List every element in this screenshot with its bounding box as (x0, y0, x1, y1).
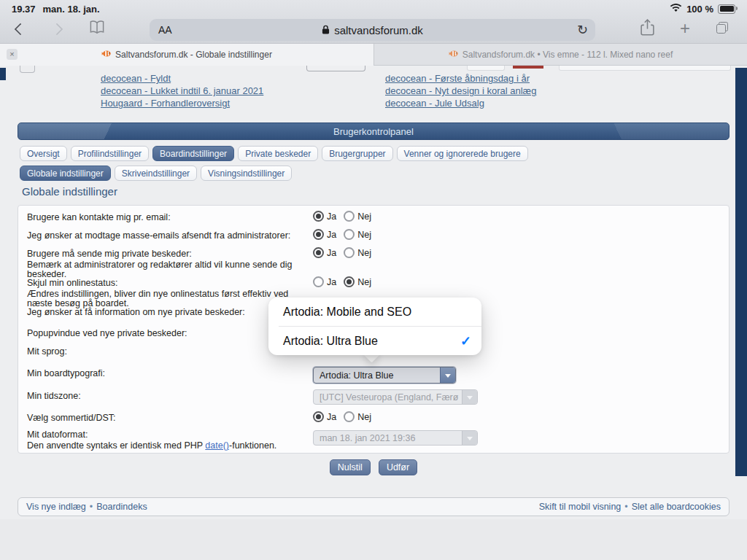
popup-option-mobile-seo[interactable]: Artodia: Mobile and SEO (268, 298, 481, 326)
share-icon[interactable] (640, 19, 654, 39)
radio-no[interactable] (344, 276, 355, 287)
footer-bar: Vis nye indlæg•Boardindeks Skift til mob… (18, 497, 729, 516)
announcement-link[interactable]: decocean - Jule Udsalg (385, 97, 536, 109)
announcement-link[interactable]: Hougaard - Forhandleroversigt (101, 97, 263, 109)
radio-no[interactable] (344, 411, 355, 422)
cutoff-element (306, 66, 365, 71)
status-date: man. 18. jan. (43, 4, 100, 15)
ucp-nav-row-1: Oversigt Profilindstillinger Boardindsti… (20, 146, 528, 161)
status-time: 19.37 (12, 4, 36, 15)
submit-button[interactable]: Udfør (379, 459, 417, 475)
announcement-links-right: decocean - Første åbningsdag i år decoce… (385, 72, 536, 109)
setting-subtext: Den anvendte syntaks er identisk med PHP… (27, 441, 313, 451)
favicon-fish-icon (449, 49, 458, 61)
reload-icon[interactable]: ↻ (577, 23, 588, 36)
tab-oversigt[interactable]: Oversigt (20, 146, 67, 161)
tab-venner-og-ignorerede[interactable]: Venner og ignorerede brugere (397, 146, 528, 161)
ucp-header-bar: Brugerkontrolpanel (18, 122, 729, 140)
tab-title: Saltvandsforum.dk - Globale indstillinge… (115, 50, 272, 60)
close-tab-icon[interactable]: × (7, 49, 18, 60)
announcement-link[interactable]: decocean - Nyt design i koral anlæg (385, 85, 536, 97)
check-icon: ✓ (460, 333, 471, 349)
favicon-fish-icon (101, 49, 111, 61)
forward-button[interactable] (53, 23, 61, 36)
tab-profilindstillinger[interactable]: Profilindstillinger (71, 146, 149, 161)
cutoff-element (467, 66, 505, 71)
radio-group-hide-online-status: Ja Nej (313, 276, 379, 287)
tab-private-beskeder[interactable]: Private beskeder (238, 146, 318, 161)
tab-visningsindstillinger[interactable]: Visningsindstillinger (201, 166, 292, 181)
setting-label: Jeg ønsker at modtage masse-emails afsen… (27, 231, 313, 241)
radio-no[interactable] (344, 229, 355, 240)
setting-label: Brugere må sende mig private beskeder: B… (27, 249, 313, 280)
radio-yes[interactable] (313, 229, 324, 240)
new-posts-link[interactable]: Vis nye indlæg (26, 502, 86, 512)
ucp-title: Brugerkontrolpanel (333, 126, 414, 137)
setting-label: Brugere kan kontakte mig pr. email: (27, 213, 313, 223)
mobile-view-link[interactable]: Skift til mobil visning (539, 502, 622, 512)
lock-icon (322, 24, 330, 36)
php-date-link[interactable]: date() (205, 440, 229, 451)
tab-bar: × Saltvandsforum.dk - Globale indstillin… (0, 44, 747, 66)
address-url: saltvandsforum.dk (334, 24, 423, 36)
setting-label: Vælg sommertid/DST: (27, 413, 313, 424)
page-background-strip (0, 68, 6, 80)
date-format-select[interactable]: man 18. jan 2021 19:36 (313, 430, 478, 446)
announcement-links-left: decocean - Fyldt decocean - Lukket indti… (101, 72, 263, 109)
cutoff-element (513, 66, 543, 69)
new-tab-icon[interactable]: + (680, 20, 690, 37)
popup-option-ultra-blue[interactable]: Artodia: Ultra Blue ✓ (268, 327, 481, 355)
announcement-link[interactable]: decocean - Fyldt (101, 72, 263, 85)
delete-cookies-link[interactable]: Slet alle boardcookies (632, 502, 721, 512)
tab-brugergrupper[interactable]: Brugergrupper (322, 146, 392, 161)
board-style-select[interactable]: Artodia: Ultra Blue (313, 367, 456, 384)
ucp-nav-row-2: Globale indstillinger Skriveindstillinge… (20, 166, 292, 181)
radio-yes[interactable] (313, 276, 324, 287)
radio-group-contact-email: Ja Nej (313, 211, 379, 222)
radio-yes[interactable] (313, 247, 324, 258)
announcement-link[interactable]: decocean - Lukket indtil 6. januar 2021 (101, 85, 263, 97)
radio-no[interactable] (344, 211, 355, 222)
reset-button[interactable]: Nulstil (330, 459, 371, 475)
cutoff-element (20, 66, 35, 73)
separator: • (90, 502, 93, 512)
browser-tab-inactive[interactable]: Saltvandsforum.dk • Vis emne - 112 l. Mi… (374, 44, 747, 66)
radio-group-private-messages: Ja Nej (313, 247, 379, 258)
screen: 19.37 man. 18. jan. 100 % AA saltvan (0, 0, 747, 560)
cutoff-element (559, 66, 731, 71)
text-size-button[interactable]: AA (158, 24, 172, 36)
battery-icon (718, 4, 735, 14)
form-buttons: Nulstil Udfør (0, 459, 747, 475)
setting-label: Mit datoformat: Den anvendte syntaks er … (27, 430, 313, 451)
separator: • (624, 502, 627, 512)
page-background-strip (735, 68, 747, 476)
board-index-link[interactable]: Boardindeks (96, 502, 147, 512)
chevron-down-icon (440, 368, 455, 383)
tabs-overview-icon[interactable] (716, 22, 728, 36)
wifi-icon (670, 4, 682, 15)
setting-label: Min boardtypografi: (27, 369, 313, 379)
tab-globale-indstillinger[interactable]: Globale indstillinger (20, 166, 111, 181)
radio-yes[interactable] (313, 411, 324, 422)
timezone-select[interactable]: [UTC] Vesteuropa (England, Færø (313, 389, 478, 405)
back-button[interactable] (16, 23, 25, 36)
status-bar: 19.37 man. 18. jan. 100 % (0, 0, 747, 16)
radio-yes[interactable] (313, 211, 324, 222)
section-title: Globale indstillinger (22, 185, 117, 198)
tab-skriveindstillinger[interactable]: Skriveindstillinger (115, 166, 197, 181)
page-bottom-area (0, 519, 747, 560)
tab-boardindstillinger[interactable]: Boardindstillinger (152, 146, 234, 161)
select-options-popup: Artodia: Mobile and SEO Artodia: Ultra B… (268, 298, 481, 355)
browser-tab-active[interactable]: × Saltvandsforum.dk - Globale indstillin… (0, 44, 374, 66)
address-bar[interactable]: AA saltvandsforum.dk ↻ (150, 19, 595, 41)
announcement-link[interactable]: decocean - Første åbningsdag i år (385, 72, 536, 85)
radio-group-mass-emails: Ja Nej (313, 229, 379, 240)
chevron-down-icon (462, 431, 477, 445)
chevron-down-icon (462, 390, 477, 404)
radio-no[interactable] (344, 247, 355, 258)
tab-title: Saltvandsforum.dk • Vis emne - 112 l. Mi… (462, 50, 673, 60)
setting-subtext: Bemærk at administratorer og redaktører … (27, 260, 313, 280)
battery-percent: 100 % (686, 4, 713, 15)
radio-group-dst: Ja Nej (313, 411, 379, 422)
bookmarks-icon[interactable] (89, 20, 105, 38)
